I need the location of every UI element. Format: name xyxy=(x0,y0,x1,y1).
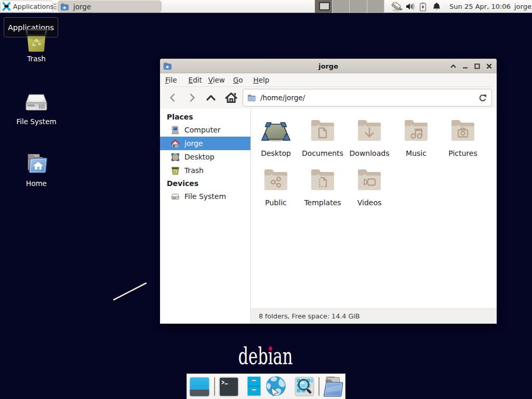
folder-item-videos[interactable]: Videos xyxy=(346,165,393,207)
volume-tray-icon[interactable] xyxy=(406,2,415,13)
window-statusbar: 8 folders, Free space: 14.4 GiB xyxy=(251,309,497,323)
workspace-2[interactable] xyxy=(332,0,350,13)
window-title: jorge xyxy=(160,59,497,73)
dock-desktop-settings[interactable] xyxy=(189,376,210,397)
applications-menu-button[interactable]: Applications xyxy=(1,1,53,12)
panel-clock[interactable]: Sun 25 Apr, 10:06 xyxy=(448,0,512,13)
sidebar-item-desktop[interactable]: Desktop xyxy=(160,150,250,164)
back-button[interactable] xyxy=(165,90,180,105)
folder-item-public[interactable]: Public xyxy=(252,165,299,207)
bottom-dock xyxy=(187,374,345,399)
reload-button[interactable] xyxy=(478,94,487,102)
taskbar-folder-icon xyxy=(60,3,69,11)
sidebar-item-label: Computer xyxy=(184,126,221,134)
folder-item-desktop[interactable]: Desktop xyxy=(252,115,299,157)
statusbar-text: 8 folders, Free space: 14.4 GiB xyxy=(259,312,360,320)
workspace-3[interactable] xyxy=(350,0,367,13)
menu-go[interactable]: Go xyxy=(233,74,243,86)
folder-item-downloads[interactable]: Downloads xyxy=(346,115,393,157)
desktop-trapezoid-icon xyxy=(252,115,299,142)
folder-music-icon xyxy=(393,115,440,142)
computer-icon xyxy=(171,126,180,135)
home-folder-icon xyxy=(11,153,61,175)
folder-item-label: Templates xyxy=(299,198,346,207)
menu-file[interactable]: File xyxy=(165,74,177,86)
dock-app-finder[interactable] xyxy=(294,376,315,397)
window-maximize-button[interactable] xyxy=(473,62,481,70)
folder-item-music[interactable]: Music xyxy=(393,115,440,157)
sidebar-item-label: Desktop xyxy=(184,153,215,161)
network-tray-icon[interactable] xyxy=(391,2,404,14)
dock-separator xyxy=(214,377,215,396)
desktop-icon-home[interactable]: Home xyxy=(11,153,61,188)
workspace-pager[interactable] xyxy=(315,0,384,13)
dock-web-browser[interactable] xyxy=(265,376,287,397)
dock-file-cabinet[interactable] xyxy=(243,376,265,397)
menu-help[interactable]: Help xyxy=(254,74,270,86)
terminal-icon xyxy=(218,376,240,397)
file-manager-window: jorge File Edit View Go Help xyxy=(160,59,497,324)
location-path-text[interactable]: /home/jorge/ xyxy=(260,94,305,102)
workspace-1[interactable] xyxy=(315,0,332,13)
sidebar-item-computer[interactable]: Computer xyxy=(160,123,250,137)
folder-public-icon xyxy=(252,165,299,192)
debian-wordmark-dotless-i: ı xyxy=(268,342,273,369)
menu-edit[interactable]: Edit xyxy=(189,74,202,86)
web-browser-icon xyxy=(265,375,287,398)
top-panel: Applications jorge xyxy=(0,0,532,13)
sidebar-places-header: Places xyxy=(167,113,250,121)
workspace-4[interactable] xyxy=(367,0,385,13)
desktop-icon-label: File System xyxy=(11,117,61,126)
pathbar-folder-icon xyxy=(247,94,256,102)
debian-wordmark-text: deb xyxy=(238,342,268,369)
window-titlebar[interactable]: jorge xyxy=(160,59,497,73)
folder-item-label: Downloads xyxy=(346,149,393,157)
debian-wordmark-text: an xyxy=(273,342,293,369)
notifications-tray-icon[interactable] xyxy=(432,2,441,14)
forward-button[interactable] xyxy=(185,90,200,105)
location-bar[interactable]: /home/jorge/ xyxy=(243,89,492,107)
sidebar-item-jorge[interactable]: jorge xyxy=(160,137,250,150)
folder-view[interactable]: Desktop Documents Downloads xyxy=(251,109,497,309)
panel-user-menu[interactable]: jorge xyxy=(514,0,532,13)
sidebar-item-trash[interactable]: Trash xyxy=(160,164,250,177)
desktop-icon-file-system[interactable]: File System xyxy=(11,92,61,126)
dock-terminal[interactable] xyxy=(218,376,240,397)
window-sidebar: Places Computer xyxy=(160,109,251,324)
window-menubar: File Edit View Go Help xyxy=(160,74,497,86)
menu-view[interactable]: View xyxy=(208,74,225,86)
panel-separator-grip[interactable] xyxy=(54,4,57,9)
desktop-icon xyxy=(171,153,180,162)
folder-item-label: Desktop xyxy=(252,149,299,157)
folder-item-label: Music xyxy=(393,149,440,157)
folder-pictures-icon xyxy=(440,115,486,142)
trash-full-icon xyxy=(11,28,61,52)
desktop-settings-icon xyxy=(189,376,210,397)
folder-videos-icon xyxy=(346,165,393,192)
desktop-icon-label: Trash xyxy=(11,55,61,63)
sidebar-item-label: jorge xyxy=(184,139,203,148)
window-close-button[interactable] xyxy=(485,62,493,70)
up-button[interactable] xyxy=(204,90,218,105)
file-manager-icon xyxy=(322,376,343,397)
drive-icon xyxy=(171,192,180,201)
desktop-icon-trash[interactable]: Trash xyxy=(11,28,61,63)
dock-file-manager[interactable] xyxy=(322,376,343,397)
taskbar-window-button[interactable]: jorge xyxy=(58,1,162,12)
xfce-logo-icon xyxy=(2,2,11,11)
folder-item-documents[interactable]: Documents xyxy=(299,115,346,157)
window-shade-button[interactable] xyxy=(449,62,457,70)
debian-wordmark: debıan xyxy=(243,342,288,369)
harddrive-icon xyxy=(11,92,61,113)
sidebar-item-file-system[interactable]: File System xyxy=(160,190,250,203)
taskbar-window-label: jorge xyxy=(73,3,91,11)
folder-item-label: Public xyxy=(252,198,299,207)
dock-separator xyxy=(318,377,320,396)
battery-tray-icon[interactable] xyxy=(419,2,427,14)
folder-item-templates[interactable]: Templates xyxy=(299,165,346,207)
user-home-icon xyxy=(171,139,180,148)
window-minimize-button[interactable] xyxy=(461,62,469,70)
folder-item-pictures[interactable]: Pictures xyxy=(440,115,486,157)
folder-item-label: Videos xyxy=(346,198,393,207)
home-button[interactable] xyxy=(224,90,238,105)
